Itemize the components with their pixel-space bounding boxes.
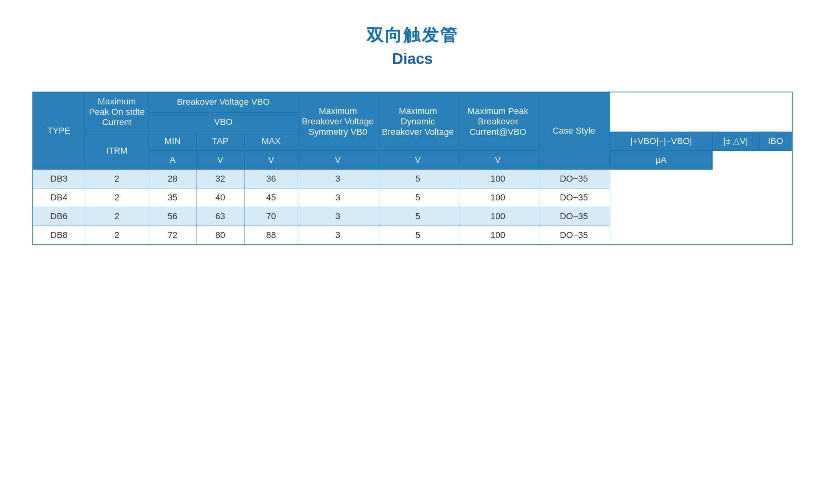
header-ibo: IBO (759, 132, 792, 151)
unit-v4: V (378, 151, 458, 170)
header-vbo: VBO (149, 112, 298, 132)
unit-v3: V (298, 151, 378, 170)
cell-type: DB6 (33, 207, 85, 226)
cell-itrm: 2 (85, 170, 149, 188)
table-row: DB3228323635100DO−35 (33, 170, 792, 188)
cell-min: 72 (149, 226, 196, 245)
cell-tap: 80 (196, 226, 244, 245)
cell-sym: 3 (298, 188, 378, 207)
header-max-peak: Maximum Peak On stdte Current (85, 92, 149, 132)
cell-case: DO−35 (538, 188, 610, 207)
table-row: DB4235404535100DO−35 (33, 188, 792, 207)
cell-max: 36 (244, 170, 298, 188)
cell-max: 45 (244, 188, 298, 207)
cell-itrm: 2 (85, 207, 149, 226)
title-chinese: 双向触发管 (366, 24, 459, 46)
header-max-dyn: Maximum Dynamic Breakover Voltage (378, 92, 458, 151)
header-sym-formula: |+VBO|−|−VBO| (610, 132, 712, 151)
header-case-style: Case Style (538, 92, 610, 170)
cell-min: 28 (149, 170, 196, 188)
data-table: TYPE Maximum Peak On stdte Current Break… (32, 92, 793, 245)
cell-case: DO−35 (538, 226, 610, 245)
cell-type: DB8 (33, 226, 85, 245)
cell-ibo: 100 (458, 207, 538, 226)
cell-sym: 3 (298, 170, 378, 188)
cell-tap: 32 (196, 170, 244, 188)
cell-case: DO−35 (538, 207, 610, 226)
unit-v5: V (458, 151, 538, 170)
cell-max: 88 (244, 226, 298, 245)
cell-sym: 3 (298, 226, 378, 245)
header-dyn-formula: |± △V| (712, 132, 759, 151)
cell-sym: 3 (298, 207, 378, 226)
cell-dyn: 5 (378, 170, 458, 188)
header-breakover-voltage: Breakover Voltage VBO (149, 92, 298, 112)
unit-ua: μA (610, 151, 712, 170)
header-type: TYPE (33, 92, 85, 170)
table-row: DB6256637035100DO−35 (33, 207, 792, 226)
table-row: DB8272808835100DO−35 (33, 226, 792, 245)
cell-itrm: 2 (85, 226, 149, 245)
header-max-peak-bv: Maximum Peak Breakover Current@VBO (458, 92, 538, 151)
header-tap: TAP (196, 132, 244, 151)
header-max-bv-sym: Maximum Breakover Voltage Symmetry VB0 (298, 92, 378, 151)
cell-dyn: 5 (378, 188, 458, 207)
cell-tap: 63 (196, 207, 244, 226)
cell-dyn: 5 (378, 207, 458, 226)
title-english: Diacs (392, 50, 433, 68)
cell-min: 35 (149, 188, 196, 207)
unit-a: A (149, 151, 196, 170)
header-min: MIN (149, 132, 196, 151)
cell-ibo: 100 (458, 226, 538, 245)
main-table-container: TYPE Maximum Peak On stdte Current Break… (32, 92, 793, 245)
cell-ibo: 100 (458, 188, 538, 207)
cell-dyn: 5 (378, 226, 458, 245)
unit-v1: V (196, 151, 244, 170)
cell-max: 70 (244, 207, 298, 226)
cell-itrm: 2 (85, 188, 149, 207)
cell-type: DB3 (33, 170, 85, 188)
cell-ibo: 100 (458, 170, 538, 188)
cell-type: DB4 (33, 188, 85, 207)
cell-case: DO−35 (538, 170, 610, 188)
header-max: MAX (244, 132, 298, 151)
cell-min: 56 (149, 207, 196, 226)
cell-tap: 40 (196, 188, 244, 207)
header-itrm: ITRM (85, 132, 149, 170)
unit-v2: V (244, 151, 298, 170)
